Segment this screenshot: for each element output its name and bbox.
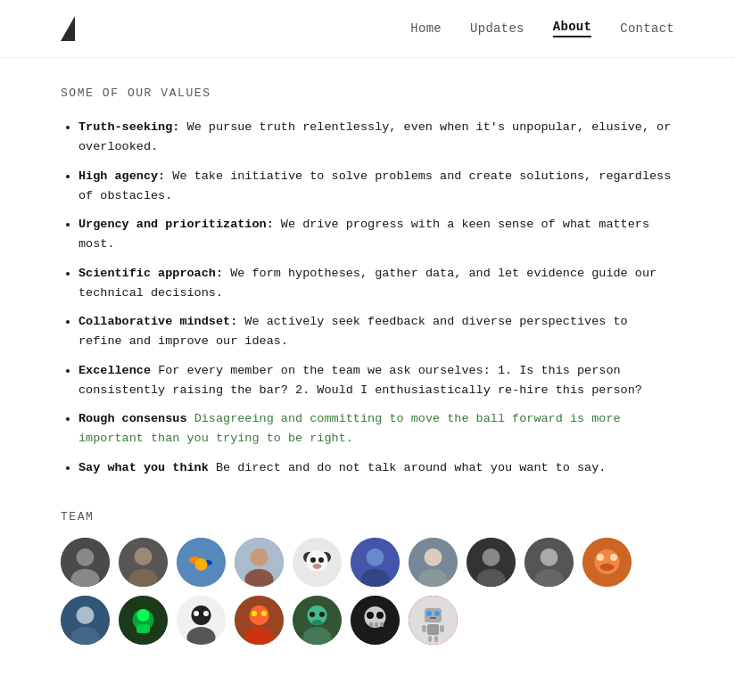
avatar[interactable]: [351, 538, 400, 587]
value-text-6: For every member on the team we ask ours…: [78, 364, 642, 397]
avatar[interactable]: [119, 538, 168, 587]
nav-updates[interactable]: Updates: [470, 21, 524, 36]
svg-point-38: [77, 606, 95, 624]
team-grid: [61, 538, 667, 645]
avatar[interactable]: [582, 538, 632, 587]
svg-rect-65: [375, 622, 378, 627]
svg-point-21: [367, 548, 384, 566]
svg-point-34: [597, 554, 604, 561]
nav-about[interactable]: About: [553, 20, 591, 37]
avatar[interactable]: [351, 596, 400, 645]
list-item: Truth-seeking: We pursue truth relentles…: [78, 118, 674, 158]
svg-point-63: [376, 612, 384, 619]
svg-point-52: [261, 611, 267, 616]
svg-point-56: [310, 612, 315, 617]
value-bold-7: Rough consensus: [78, 412, 187, 425]
main-content: SOME OF OUR VALUES Truth-seeking: We pur…: [0, 58, 735, 680]
svg-point-30: [541, 548, 558, 566]
svg-point-11: [251, 548, 268, 566]
main-nav: Home Updates About Contact: [410, 20, 674, 37]
avatar[interactable]: [467, 538, 516, 587]
values-section-title: SOME OF OUR VALUES: [61, 86, 674, 100]
avatar[interactable]: [61, 538, 110, 587]
svg-point-19: [313, 564, 322, 569]
svg-point-57: [319, 612, 325, 617]
list-item: Rough consensus Disagreeing and committi…: [78, 409, 674, 449]
avatar[interactable]: [177, 596, 226, 645]
svg-point-36: [600, 564, 615, 571]
svg-point-4: [135, 548, 153, 565]
svg-point-46: [194, 611, 199, 616]
svg-point-70: [434, 611, 440, 616]
svg-point-9: [195, 558, 208, 571]
list-item: Scientific approach: We form hypotheses,…: [78, 264, 674, 304]
svg-point-47: [203, 611, 209, 616]
nav-contact[interactable]: Contact: [620, 21, 674, 36]
svg-point-27: [483, 548, 500, 566]
avatar[interactable]: [293, 596, 342, 645]
svg-point-1: [77, 548, 95, 566]
value-bold-1: Truth-seeking:: [78, 120, 179, 134]
svg-point-62: [367, 612, 374, 619]
svg-point-58: [312, 620, 323, 625]
team-section-title: TEAM: [61, 510, 674, 523]
avatar[interactable]: [177, 538, 226, 587]
list-item: Collaborative mindset: We actively seek …: [78, 312, 674, 352]
svg-point-35: [610, 554, 617, 561]
value-text-8: Be direct and do not talk around what yo…: [216, 461, 606, 474]
svg-point-51: [252, 611, 257, 616]
svg-point-69: [426, 611, 432, 616]
logo-triangle-icon: [61, 16, 75, 41]
avatar[interactable]: [409, 596, 458, 645]
svg-rect-73: [422, 625, 426, 632]
svg-rect-72: [427, 624, 439, 635]
avatar[interactable]: [119, 596, 168, 645]
avatar[interactable]: [293, 538, 342, 587]
svg-rect-43: [136, 624, 150, 633]
svg-rect-76: [434, 636, 438, 642]
svg-rect-71: [430, 617, 436, 619]
value-text-2: We take initiative to solve problems and…: [78, 169, 671, 202]
svg-rect-66: [380, 622, 384, 627]
value-bold-5: Collaborative mindset:: [78, 315, 237, 328]
svg-point-24: [425, 548, 442, 566]
site-header: Home Updates About Contact: [0, 0, 735, 58]
svg-point-17: [310, 557, 316, 563]
values-list: Truth-seeking: We pursue truth relentles…: [61, 118, 674, 478]
value-bold-4: Scientific approach:: [78, 267, 223, 280]
avatar[interactable]: [61, 596, 110, 645]
value-bold-6: Excellence: [78, 364, 151, 377]
svg-point-42: [137, 609, 150, 622]
list-item: Urgency and prioritization: We drive pro…: [78, 215, 674, 255]
value-bold-8: Say what you think: [78, 461, 209, 474]
site-logo: [61, 16, 78, 41]
svg-rect-64: [369, 622, 373, 627]
avatar[interactable]: [524, 538, 574, 587]
value-bold-2: High agency:: [78, 169, 165, 183]
svg-rect-75: [428, 636, 432, 642]
avatar[interactable]: [235, 538, 284, 587]
list-item: Say what you think Be direct and do not …: [78, 458, 674, 478]
avatar[interactable]: [409, 538, 458, 587]
svg-point-18: [318, 557, 324, 563]
nav-home[interactable]: Home: [410, 21, 442, 36]
svg-rect-74: [440, 625, 444, 632]
avatar[interactable]: [235, 596, 284, 645]
value-bold-3: Urgency and prioritization:: [78, 218, 274, 231]
list-item: High agency: We take initiative to solve…: [78, 167, 674, 207]
list-item: Excellence For every member on the team …: [78, 361, 674, 401]
